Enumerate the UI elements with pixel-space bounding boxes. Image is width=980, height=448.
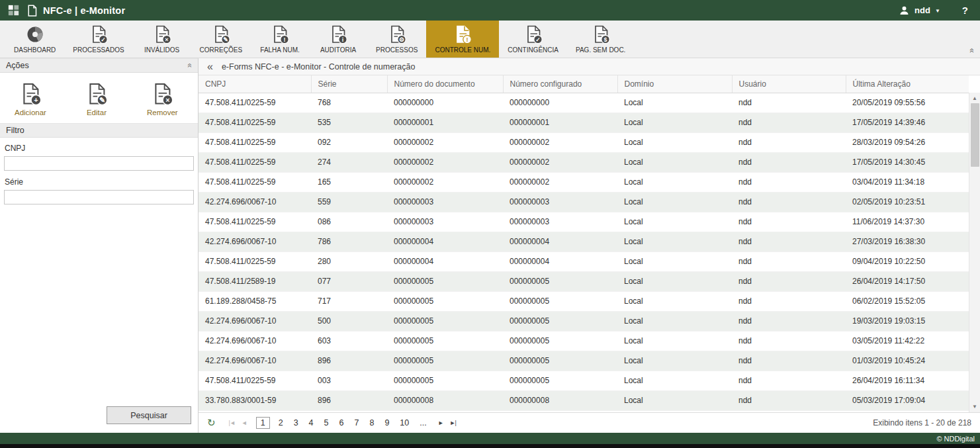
cell-serie: 786 xyxy=(311,232,387,251)
data-grid: CNPJSérieNúmero do documentoNúmero confi… xyxy=(199,75,969,411)
page-number[interactable]: 1 xyxy=(256,417,270,429)
table-row[interactable]: 33.780.883/0001-59 896 000000008 0000000… xyxy=(199,390,969,410)
cell-numero-configurado: 000000004 xyxy=(503,232,617,251)
table-row[interactable]: 47.508.411/0225-59 280 000000004 0000000… xyxy=(199,251,969,271)
cell-numero-configurado: 000000003 xyxy=(503,212,617,232)
toolbar-item[interactable]: i AUDITORIA xyxy=(309,21,367,58)
page-number[interactable]: 9 xyxy=(382,417,391,429)
refresh-icon[interactable]: ↻ xyxy=(207,417,216,429)
page-number[interactable]: 10 xyxy=(398,417,411,429)
table-row[interactable]: 47.508.411/0225-59 768 000000000 0000000… xyxy=(199,93,969,112)
toolbar-item[interactable]: × INVÁLIDOS xyxy=(133,21,191,58)
cell-serie: 086 xyxy=(311,212,387,232)
cell-numero-configurado: 000000000 xyxy=(503,93,617,112)
next-page-button[interactable]: ► xyxy=(438,420,443,426)
caret-down-icon[interactable]: ▼ xyxy=(935,8,940,14)
table-row[interactable]: 47.508.411/0225-59 003 000000005 0000000… xyxy=(199,371,969,390)
last-page-button[interactable]: ►| xyxy=(450,420,456,426)
column-header[interactable]: Domínio xyxy=(617,75,732,93)
page-number[interactable]: 4 xyxy=(307,417,316,429)
topbar-right: ndd ▼ ? xyxy=(899,5,972,16)
page-number[interactable]: 8 xyxy=(367,417,376,429)
table-row[interactable]: 47.508.411/0225-59 165 000000002 0000000… xyxy=(199,172,969,192)
filter-input[interactable] xyxy=(4,156,194,171)
action-label: Editar xyxy=(87,109,107,116)
table-row[interactable]: 42.274.696/0067-10 896 000000005 0000000… xyxy=(199,351,969,371)
toolbar-item[interactable]: ! CONTROLE NUM. xyxy=(426,21,499,58)
cell-ultima-alteracao: 17/05/2019 14:39:46 xyxy=(846,112,969,132)
cell-ultima-alteracao: 26/04/2019 14:17:50 xyxy=(846,271,969,291)
help-button[interactable]: ? xyxy=(962,5,968,16)
page-number[interactable]: 2 xyxy=(277,417,285,429)
column-header[interactable]: Série xyxy=(311,75,387,93)
cell-usuario: ndd xyxy=(732,331,846,351)
toolbar-item[interactable]: ✎ CORREÇÕES xyxy=(191,21,251,58)
column-header[interactable]: Número configurado xyxy=(503,75,617,93)
action-button[interactable]: ✎ Editar xyxy=(85,82,109,116)
toolbar-item-label: INVÁLIDOS xyxy=(144,46,179,54)
table-row[interactable]: 47.508.411/2589-19 077 000000005 0000000… xyxy=(199,271,969,291)
cell-dominio: Local xyxy=(617,232,732,251)
scroll-down-icon[interactable]: ▼ xyxy=(972,402,977,412)
table-row[interactable]: 61.189.288/0458-75 717 000000005 0000000… xyxy=(199,291,969,311)
cell-ultima-alteracao: 02/05/2019 10:23:51 xyxy=(846,192,969,212)
prev-page-button[interactable]: ◄ xyxy=(242,420,247,426)
cell-dominio: Local xyxy=(617,93,732,112)
filter-field-label: Série xyxy=(5,177,193,187)
cell-dominio: Local xyxy=(617,172,732,192)
cell-numero-documento: 000000005 xyxy=(387,331,503,351)
page-number[interactable]: 7 xyxy=(352,417,361,429)
toolbar-item[interactable]: $ PAG. SEM DOC. xyxy=(567,21,634,58)
table-row[interactable]: 47.508.411/0225-59 274 000000002 0000000… xyxy=(199,152,969,172)
cell-numero-documento: 000000008 xyxy=(387,390,503,410)
page-number[interactable]: 5 xyxy=(322,417,331,429)
breadcrumb: e-Forms NFC-e - e-Monitor - Controle de … xyxy=(222,62,415,71)
toolbar-item[interactable]: ⚙ PROCESSOS xyxy=(367,21,426,58)
page-number[interactable]: ... xyxy=(418,417,428,429)
cell-serie: 559 xyxy=(311,192,387,212)
toolbar-item[interactable]: ✓ PROCESSADOS xyxy=(64,21,132,58)
search-button[interactable]: Pesquisar xyxy=(107,406,191,424)
action-label: Remover xyxy=(147,109,178,116)
column-header[interactable]: Usuário xyxy=(732,75,846,93)
document-icon xyxy=(27,5,37,17)
items-status: Exibindo itens 1 - 20 de 218 xyxy=(873,418,971,427)
collapse-actions-icon[interactable]: » xyxy=(185,64,195,68)
table-row[interactable]: 42.274.696/0067-10 559 000000003 0000000… xyxy=(199,192,969,212)
toolbar-item[interactable]: ! FALHA NUM. xyxy=(251,21,309,58)
cell-numero-documento: 000000004 xyxy=(387,251,503,271)
column-header[interactable]: CNPJ xyxy=(199,75,311,93)
document-badge-icon: ✓ xyxy=(523,24,543,44)
table-row[interactable]: 47.508.411/0225-59 092 000000002 0000000… xyxy=(199,132,969,152)
table-row[interactable]: 47.508.411/0225-59 086 000000003 0000000… xyxy=(199,212,969,232)
user-menu[interactable]: ndd xyxy=(914,5,930,15)
toolbar-item[interactable]: ✓ CONTINGÊNCIA xyxy=(499,21,567,58)
filter-input[interactable] xyxy=(4,190,194,204)
toolbar-item[interactable]: DASHBOARD xyxy=(5,21,64,58)
cell-usuario: ndd xyxy=(732,351,846,371)
table-row[interactable]: 42.274.696/0067-10 500 000000005 0000000… xyxy=(199,311,969,331)
filter-field: CNPJ xyxy=(4,144,194,171)
collapse-toolbar-icon[interactable]: » xyxy=(966,48,976,53)
action-button[interactable]: + Adicionar xyxy=(15,82,46,116)
column-header[interactable]: Última Alteração xyxy=(846,75,969,93)
table-row[interactable]: 42.274.696/0067-10 603 000000005 0000000… xyxy=(199,331,969,351)
filter-panel-header: Filtro xyxy=(0,123,198,138)
table-row[interactable]: 42.274.696/0067-10 786 000000004 0000000… xyxy=(199,232,969,251)
action-button[interactable]: × Remover xyxy=(147,82,178,116)
toolbar: » xyxy=(0,21,980,58)
vertical-scrollbar[interactable]: ▲ ▼ xyxy=(969,93,980,412)
collapse-sidebar-icon[interactable]: « xyxy=(207,62,213,72)
scrollbar-thumb[interactable] xyxy=(971,103,979,167)
document-badge-icon: i xyxy=(328,24,348,44)
cell-ultima-alteracao: 06/02/2019 15:52:05 xyxy=(846,291,969,311)
scroll-up-icon[interactable]: ▲ xyxy=(972,93,977,103)
table-row[interactable]: 47.508.411/0225-59 535 000000001 0000000… xyxy=(199,112,969,132)
cell-usuario: ndd xyxy=(732,212,846,232)
first-page-button[interactable]: |◄ xyxy=(229,420,235,426)
svg-text:⚙: ⚙ xyxy=(399,36,404,43)
page-number[interactable]: 3 xyxy=(292,417,300,429)
svg-text:i: i xyxy=(342,36,344,43)
column-header[interactable]: Número do documento xyxy=(387,75,503,93)
page-number[interactable]: 6 xyxy=(337,417,346,429)
